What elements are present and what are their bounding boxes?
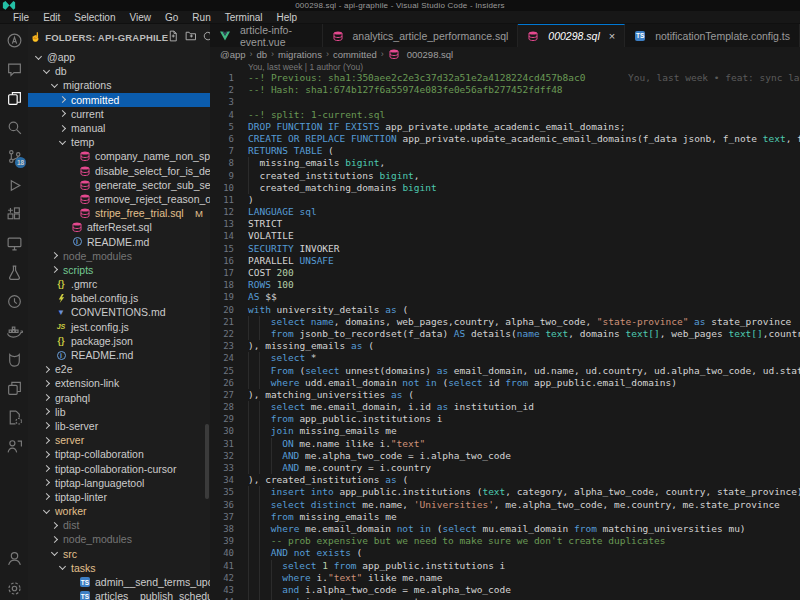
menu-edit[interactable]: Edit xyxy=(36,12,67,23)
remote-explorer-icon[interactable] xyxy=(2,231,26,255)
line-number: 6 xyxy=(210,133,234,145)
menu-help[interactable]: Help xyxy=(270,12,305,23)
new-folder-icon[interactable] xyxy=(185,28,197,46)
clock-icon[interactable] xyxy=(2,289,26,313)
settings-icon[interactable] xyxy=(2,576,26,600)
menu-run[interactable]: Run xyxy=(185,12,217,23)
copy-files-icon[interactable] xyxy=(2,376,26,400)
tree-folder-migrations[interactable]: migrations xyxy=(28,78,210,92)
tree-folder-server[interactable]: server xyxy=(28,433,210,447)
tree-item-label: generate_sector_sub_sector_que... xyxy=(95,179,210,191)
line-number: 39 xyxy=(210,535,234,547)
tree-item-label: committed xyxy=(71,94,119,106)
run-debug-icon[interactable] xyxy=(2,173,26,197)
tree-folder-current[interactable]: current xyxy=(28,107,210,121)
tree-folder-scripts[interactable]: scripts xyxy=(28,263,210,277)
tree-folder-committed[interactable]: committed xyxy=(28,93,210,107)
tree-file-company_name_non_special.sql[interactable]: company_name_non_special.sql xyxy=(28,149,210,163)
tree-folder-dist[interactable]: dist xyxy=(28,518,210,532)
sidebar-scrollbar[interactable] xyxy=(205,424,209,499)
tree-folder-temp[interactable]: temp xyxy=(28,135,210,149)
tree-file-jest.config.js[interactable]: JSjest.config.js xyxy=(28,320,210,334)
tree-folder-lib-server[interactable]: lib-server xyxy=(28,419,210,433)
search-icon[interactable] xyxy=(2,115,26,139)
file-settings-icon[interactable] xyxy=(2,405,26,429)
tree-file-README.md[interactable]: iREADME.md xyxy=(28,348,210,362)
tree-folder-lib[interactable]: lib xyxy=(28,405,210,419)
menu-go[interactable]: Go xyxy=(158,12,185,23)
line-number: 27 xyxy=(210,389,234,401)
tree-file-admin__send_terms_updated_e...[interactable]: TSadmin__send_terms_updated_e... xyxy=(28,575,210,589)
tree-folder-worker[interactable]: worker xyxy=(28,504,210,518)
tree-folder-tiptap-collaboration-cursor[interactable]: tiptap-collaboration-cursor xyxy=(28,461,210,475)
line-content: where i."text" ilike me.name xyxy=(234,572,800,584)
tree-folder-node_modules[interactable]: node_modules xyxy=(28,532,210,546)
tree-folder-e2e[interactable]: e2e xyxy=(28,362,210,376)
tree-file-articles__publish_scheduled.ts[interactable]: TSarticles__publish_scheduled.ts xyxy=(28,589,210,600)
breadcrumb[interactable]: @app›db›migrations›committed›000298.sql xyxy=(210,47,800,61)
new-file-icon[interactable] xyxy=(168,28,180,46)
close-icon[interactable]: × xyxy=(609,31,615,42)
file-tree[interactable]: @appdbmigrationscommittedcurrentmanualte… xyxy=(28,50,210,600)
tree-folder-tiptap-collaboration[interactable]: tiptap-collaboration xyxy=(28,447,210,461)
testing-icon[interactable] xyxy=(2,260,26,284)
tab-article-info-event.vue[interactable]: article-info-event.vue xyxy=(210,24,323,47)
explorer-icon[interactable] xyxy=(2,86,26,110)
code-line: 10created_matching_domains bigint xyxy=(210,182,800,194)
tree-folder-extension-link[interactable]: extension-link xyxy=(28,376,210,390)
source-control-icon[interactable]: 18 xyxy=(2,144,26,168)
code-editor[interactable]: 1--! Previous: sha1:350aee2c2e3c37d32a51… xyxy=(210,72,800,600)
indent-guide xyxy=(259,486,270,498)
chat-icon[interactable] xyxy=(2,57,26,81)
line-number: 34 xyxy=(210,474,234,486)
extensions-icon[interactable] xyxy=(2,202,26,226)
tree-file-package.json[interactable]: {}package.json xyxy=(28,334,210,348)
codelens-authors[interactable]: You, last week | 1 author (You) xyxy=(210,61,800,72)
breadcrumb-item-db[interactable]: db xyxy=(257,49,268,60)
tree-file-afterReset.sql[interactable]: afterReset.sql xyxy=(28,220,210,234)
tree-folder-manual[interactable]: manual xyxy=(28,121,210,135)
breadcrumb-item-committed[interactable]: committed xyxy=(333,49,377,60)
account-icon[interactable] xyxy=(2,546,26,570)
tree-folder-node_modules[interactable]: node_modules xyxy=(28,249,210,263)
breadcrumb-item-migrations[interactable]: migrations xyxy=(278,49,322,60)
code-line: 12LANGUAGE sql xyxy=(210,206,800,218)
tree-folder-tiptap-linter[interactable]: tiptap-linter xyxy=(28,490,210,504)
tab-analytics_article_performance.sql[interactable]: analytics_article_performance.sql xyxy=(323,24,519,47)
line-content: select name, domains, web_pages,country,… xyxy=(234,316,800,328)
tree-file-remove_reject_reason_on_vote.sql[interactable]: remove_reject_reason_on_vote.sql xyxy=(28,192,210,206)
tree-folder-@app[interactable]: @app xyxy=(28,50,210,64)
breadcrumb-item-@app[interactable]: @app xyxy=(220,49,246,60)
chevron-down-icon xyxy=(59,138,66,145)
menu-terminal[interactable]: Terminal xyxy=(218,12,270,23)
tree-folder-tasks[interactable]: tasks xyxy=(28,561,210,575)
indent-guide xyxy=(271,596,282,600)
menu-selection[interactable]: Selection xyxy=(67,12,122,23)
tree-file-.gmrc[interactable]: {}.gmrc xyxy=(28,277,210,291)
tree-file-generate_sector_sub_sector_que...[interactable]: generate_sector_sub_sector_que... xyxy=(28,178,210,192)
menu-view[interactable]: View xyxy=(123,12,159,23)
indent-guide xyxy=(259,572,270,584)
tree-folder-tiptap-languagetool[interactable]: tiptap-languagetool xyxy=(28,476,210,490)
a-logo-icon[interactable] xyxy=(2,28,26,52)
mascot-icon[interactable] xyxy=(2,347,26,371)
tree-file-README.md[interactable]: iREADME.md xyxy=(28,234,210,248)
tab-notificationTemplate.config.ts[interactable]: TSnotificationTemplate.config.ts xyxy=(625,24,800,47)
code-line: 39-- prob expensive but we need to make … xyxy=(210,535,800,547)
tree-file-CONVENTIONS.md[interactable]: ▼CONVENTIONS.md xyxy=(28,305,210,319)
json-file-icon: {} xyxy=(55,335,67,347)
tree-item-label: migrations xyxy=(63,79,111,91)
tree-file-stripe_free_trial.sql[interactable]: stripe_free_trial.sqlM xyxy=(28,206,210,220)
tree-file-babel.config.js[interactable]: babel.config.js xyxy=(28,291,210,305)
code-line: 15SECURITY INVOKER xyxy=(210,243,800,255)
docker-icon[interactable] xyxy=(2,318,26,342)
tab-000298.sql[interactable]: 000298.sql× xyxy=(518,24,625,47)
tree-folder-graphql[interactable]: graphql xyxy=(28,391,210,405)
tree-folder-db[interactable]: db xyxy=(28,64,210,78)
tree-file-disable_select_for_is_deleted_ent...[interactable]: disable_select_for_is_deleted_ent... xyxy=(28,164,210,178)
tree-folder-src[interactable]: src xyxy=(28,547,210,561)
line-content: From (select unnest(domains) as email_do… xyxy=(234,365,800,377)
breadcrumb-item-000298.sql[interactable]: 000298.sql xyxy=(388,48,453,60)
person-doc-icon[interactable] xyxy=(2,434,26,458)
menu-file[interactable]: File xyxy=(6,12,36,23)
